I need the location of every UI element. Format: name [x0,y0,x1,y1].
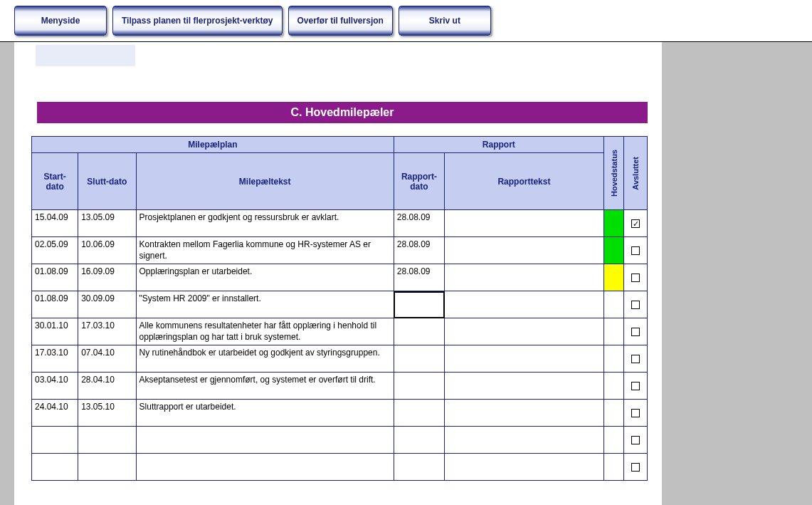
cell-start-dato[interactable]: 01.08.09 [32,291,78,318]
cell-rapporttekst[interactable] [445,318,604,345]
cell-start-dato[interactable]: 15.04.09 [32,210,78,237]
page-header-area [14,42,662,66]
cell-start-dato[interactable]: 01.08.09 [32,264,78,291]
table-row: 30.01.1017.03.10Alle kommunens resultate… [32,318,648,345]
cell-rapporttekst[interactable] [445,210,604,237]
cell-rapporttekst[interactable] [445,237,604,264]
cell-rapporttekst[interactable] [445,264,604,291]
cell-slutt-dato[interactable]: 13.05.10 [78,400,136,427]
header-milepaeltekst: Milepæltekst [136,153,394,210]
cell-milepaeltekst[interactable] [136,454,394,481]
skrivut-button[interactable]: Skriv ut [399,6,491,36]
cell-hovedstatus[interactable] [603,454,623,481]
blank-field[interactable] [36,45,135,66]
checkbox-icon[interactable] [631,301,640,309]
cell-start-dato[interactable] [32,454,78,481]
cell-avsluttet[interactable] [624,264,648,291]
cell-milepaeltekst[interactable] [136,427,394,454]
cell-avsluttet[interactable] [624,318,648,345]
cell-rapporttekst[interactable] [445,291,604,318]
cell-start-dato[interactable]: 03.04.10 [32,373,78,400]
cell-start-dato[interactable]: 24.04.10 [32,400,78,427]
cell-start-dato[interactable]: 30.01.10 [32,318,78,345]
overfor-button[interactable]: Overfør til fullversjon [288,6,393,36]
cell-slutt-dato[interactable]: 30.09.09 [78,291,136,318]
table-row: 17.03.1007.04.10Ny rutinehåndbok er utar… [32,345,648,373]
table-row: 01.08.0930.09.09"System HR 2009" er inns… [32,291,648,318]
section-banner: C. Hovedmilepæler [37,102,648,123]
milestone-table: Milepælplan Rapport Hovedstatus Avslutte… [31,136,648,481]
cell-rapport-dato[interactable] [394,318,444,345]
header-slutt-dato: Slutt-dato [78,153,136,210]
cell-avsluttet[interactable] [624,237,648,264]
cell-rapport-dato[interactable] [394,454,444,481]
cell-rapporttekst[interactable] [445,427,604,454]
cell-avsluttet[interactable] [624,291,648,318]
cell-start-dato[interactable] [32,427,78,454]
cell-slutt-dato[interactable]: 13.05.09 [78,210,136,237]
toolbar: Menyside Tilpass planen til flerprosjekt… [0,0,812,42]
cell-rapport-dato[interactable]: 28.08.09 [394,264,444,291]
cell-hovedstatus[interactable] [603,427,623,454]
cell-milepaeltekst[interactable]: Ny rutinehåndbok er utarbeidet og godkje… [136,345,394,373]
checkbox-icon[interactable] [631,274,640,282]
header-rapport-dato: Rapport-dato [394,153,444,210]
cell-milepaeltekst[interactable]: Akseptansetest er gjennomført, og system… [136,373,394,400]
cell-slutt-dato[interactable]: 28.04.10 [78,373,136,400]
checkbox-icon[interactable] [631,436,640,444]
checkbox-icon[interactable] [631,463,640,472]
cell-hovedstatus[interactable] [603,318,623,345]
checkbox-icon[interactable]: ✓ [631,219,640,228]
cell-avsluttet[interactable] [624,427,648,454]
cell-hovedstatus[interactable] [603,291,623,318]
cell-avsluttet[interactable] [624,345,648,373]
cell-avsluttet[interactable] [624,373,648,400]
menyside-button[interactable]: Menyside [14,6,107,36]
cell-hovedstatus[interactable] [603,210,623,237]
cell-avsluttet[interactable] [624,400,648,427]
cell-rapporttekst[interactable] [445,400,604,427]
checkbox-icon[interactable] [631,355,640,363]
tilpass-button[interactable]: Tilpass planen til flerprosjekt-verktøy [112,6,283,36]
checkbox-icon[interactable] [631,409,640,417]
cell-hovedstatus[interactable] [603,373,623,400]
cell-hovedstatus[interactable] [603,264,623,291]
cell-start-dato[interactable]: 17.03.10 [32,345,78,373]
cell-rapport-dato[interactable] [394,400,444,427]
cell-rapport-dato[interactable] [394,291,444,318]
cell-slutt-dato[interactable] [78,454,136,481]
cell-rapporttekst[interactable] [445,345,604,373]
header-group-plan: Milepælplan [32,137,394,153]
cell-slutt-dato[interactable]: 17.03.10 [78,318,136,345]
cell-milepaeltekst[interactable]: Sluttrapport er utarbeidet. [136,400,394,427]
cell-milepaeltekst[interactable]: Alle kommunens resultatenheter har fått … [136,318,394,345]
cell-milepaeltekst[interactable]: "System HR 2009" er innstallert. [136,291,394,318]
checkbox-icon[interactable] [631,328,640,336]
cell-milepaeltekst[interactable]: Prosjektplanen er godkjent og ressursbru… [136,210,394,237]
cell-avsluttet[interactable]: ✓ [624,210,648,237]
cell-milepaeltekst[interactable]: Opplæringsplan er utarbeidet. [136,264,394,291]
header-rapporttekst: Rapporttekst [445,153,604,210]
cell-slutt-dato[interactable]: 07.04.10 [78,345,136,373]
cell-rapport-dato[interactable] [394,345,444,373]
cell-hovedstatus[interactable] [603,345,623,373]
cell-rapport-dato[interactable]: 28.08.09 [394,237,444,264]
cell-rapport-dato[interactable] [394,373,444,400]
cell-slutt-dato[interactable] [78,427,136,454]
cell-hovedstatus[interactable] [603,400,623,427]
cell-rapport-dato[interactable] [394,427,444,454]
content: C. Hovedmilepæler Milepælplan Rapport Ho… [14,66,662,488]
cell-rapporttekst[interactable] [445,454,604,481]
cell-avsluttet[interactable] [624,454,648,481]
header-start-dato: Start-dato [32,153,78,210]
cell-rapporttekst[interactable] [445,373,604,400]
checkbox-icon[interactable] [631,382,640,390]
checkbox-icon[interactable] [631,246,640,255]
cell-slutt-dato[interactable]: 10.06.09 [78,237,136,264]
page: C. Hovedmilepæler Milepælplan Rapport Ho… [14,42,662,505]
cell-milepaeltekst[interactable]: Kontrakten mellom Fagerlia kommune og HR… [136,237,394,264]
cell-rapport-dato[interactable]: 28.08.09 [394,210,444,237]
cell-slutt-dato[interactable]: 16.09.09 [78,264,136,291]
cell-hovedstatus[interactable] [603,237,623,264]
cell-start-dato[interactable]: 02.05.09 [32,237,78,264]
